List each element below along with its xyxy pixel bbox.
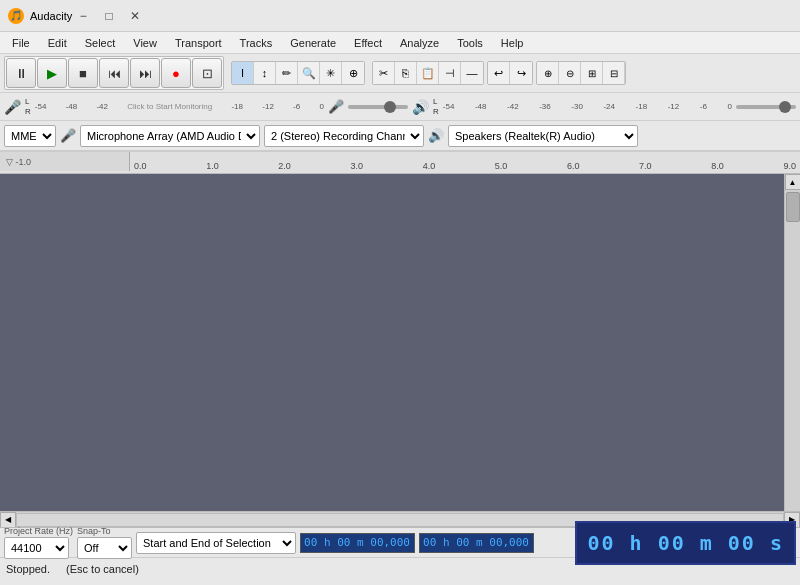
input-volume-icon: 🎤 — [328, 99, 344, 114]
rec-meter-scale: -54 -48 -42 Click to Start Monitoring -1… — [35, 102, 324, 111]
pause-button[interactable]: ⏸ — [6, 58, 36, 88]
rec-meter-container: -54 -48 -42 Click to Start Monitoring -1… — [35, 102, 324, 111]
status-stopped: Stopped. — [6, 563, 50, 575]
project-rate-group: Project Rate (Hz) 44100 — [4, 526, 73, 559]
track-area[interactable] — [0, 174, 784, 511]
snap-to-label: Snap-To — [77, 526, 132, 536]
zoom-fit-button[interactable]: ⊞ — [581, 62, 603, 84]
multitool-button[interactable]: ⊕ — [342, 62, 364, 84]
snap-to-select[interactable]: Off — [77, 537, 132, 559]
vertical-scrollbar[interactable]: ▲ — [784, 174, 800, 511]
window-controls: − □ ✕ — [72, 5, 146, 27]
time-display-value: 00 h 00 m 00 s — [587, 531, 784, 555]
toolbar-area: ⏸ ▶ ■ ⏮ ⏭ ● ⊡ I ↕ ✏ 🔍 ✳ ⊕ ✂ ⎘ 📋 ⊣ — ↩ — [0, 54, 800, 152]
combined-toolbar: ⏸ ▶ ■ ⏮ ⏭ ● ⊡ I ↕ ✏ 🔍 ✳ ⊕ ✂ ⎘ 📋 ⊣ — ↩ — [0, 54, 800, 93]
silence-button[interactable]: — — [461, 62, 483, 84]
timeline-ruler: ▽ -1.0 0.0 1.0 2.0 3.0 4.0 5.0 6.0 7.0 8… — [0, 152, 800, 174]
meter-toolbar: 🎤 LR -54 -48 -42 Click to Start Monitori… — [0, 93, 800, 121]
menu-item-select[interactable]: Select — [77, 35, 124, 51]
playback-meter-scale: -54 -48 -42 -36 -30 -24 -18 -12 -6 0 — [443, 102, 732, 111]
speaker-select[interactable]: Speakers (Realtek(R) Audio) — [448, 125, 638, 147]
selection-toolbar: Project Rate (Hz) 44100 Snap-To Off Star… — [0, 528, 800, 558]
selection-tool-button[interactable]: I — [232, 62, 254, 84]
ruler-tick-2: 2.0 — [278, 161, 291, 171]
project-rate-select[interactable]: 44100 — [4, 537, 69, 559]
status-esc: (Esc to cancel) — [66, 563, 139, 575]
menu-item-analyze[interactable]: Analyze — [392, 35, 447, 51]
device-toolbar: MME 🎤 Microphone Array (AMD Audio Dev 2 … — [0, 121, 800, 151]
end-time-input[interactable]: 00 h 00 m 00,000 s — [419, 533, 534, 553]
timeshift-tool-button[interactable]: ✳ — [320, 62, 342, 84]
minimize-button[interactable]: − — [72, 5, 94, 27]
copy-button[interactable]: ⎘ — [395, 62, 417, 84]
menu-item-edit[interactable]: Edit — [40, 35, 75, 51]
paste-button[interactable]: 📋 — [417, 62, 439, 84]
start-time-group: 00 h 00 m 00,000 s — [300, 533, 415, 553]
trim-button[interactable]: ⊣ — [439, 62, 461, 84]
menu-item-view[interactable]: View — [125, 35, 165, 51]
zoom-fit-sel-button[interactable]: ⊟ — [603, 62, 625, 84]
channel-select[interactable]: 2 (Stereo) Recording Chann... — [264, 125, 424, 147]
mic-select[interactable]: Microphone Array (AMD Audio Dev — [80, 125, 260, 147]
zoom-in-button[interactable]: ⊕ — [537, 62, 559, 84]
end-time-group: 00 h 00 m 00,000 s — [419, 533, 534, 553]
cut-button[interactable]: ✂ — [373, 62, 395, 84]
ruler-tick-5: 5.0 — [495, 161, 508, 171]
scroll-up-arrow[interactable]: ▲ — [785, 174, 801, 190]
mic-icon: 🎤 — [60, 128, 76, 143]
menu-item-tracks[interactable]: Tracks — [232, 35, 281, 51]
host-select[interactable]: MME — [4, 125, 56, 147]
ruler-tick-6: 6.0 — [567, 161, 580, 171]
undo-button[interactable]: ↩ — [488, 62, 510, 84]
ruler-tick-0: 0.0 — [134, 161, 147, 171]
record-meter-icon[interactable]: 🎤 — [4, 99, 21, 115]
ruler-tick-9: 9.0 — [783, 161, 796, 171]
app-icon: 🎵 — [8, 8, 24, 24]
status-line: Stopped. (Esc to cancel) — [0, 558, 800, 580]
record-button[interactable]: ● — [161, 58, 191, 88]
start-time-input[interactable]: 00 h 00 m 00,000 s — [300, 533, 415, 553]
zoom-tool-button[interactable]: 🔍 — [298, 62, 320, 84]
title-bar: 🎵 Audacity − □ ✕ — [0, 0, 800, 32]
lr-label-play: LR — [433, 97, 439, 116]
project-rate-label: Project Rate (Hz) — [4, 526, 73, 536]
ruler-start-label: ▽ -1.0 — [6, 157, 31, 167]
redo-button[interactable]: ↪ — [510, 62, 532, 84]
lr-label-rec: LR — [25, 97, 31, 116]
playback-volume-slider[interactable] — [736, 105, 796, 109]
draw-tool-button[interactable]: ✏ — [276, 62, 298, 84]
undo-redo-group: ↩ ↪ — [487, 61, 533, 85]
ruler-tick-7: 7.0 — [639, 161, 652, 171]
selection-mode-group: Start and End of Selection — [136, 531, 296, 554]
zoom-out-button[interactable]: ⊖ — [559, 62, 581, 84]
menu-item-tools[interactable]: Tools — [449, 35, 491, 51]
close-button[interactable]: ✕ — [124, 5, 146, 27]
ruler-tick-4: 4.0 — [423, 161, 436, 171]
menu-item-effect[interactable]: Effect — [346, 35, 390, 51]
scroll-thumb[interactable] — [786, 192, 800, 222]
envelope-tool-button[interactable]: ↕ — [254, 62, 276, 84]
selection-mode-select[interactable]: Start and End of Selection — [136, 532, 296, 554]
tools-selector-group: I ↕ ✏ 🔍 ✳ ⊕ — [231, 61, 365, 85]
speaker-icon: 🔊 — [428, 128, 444, 143]
playback-meter-icon[interactable]: 🔊 — [412, 99, 429, 115]
menu-item-file[interactable]: File — [4, 35, 38, 51]
snap-to-group: Snap-To Off — [77, 526, 132, 559]
loop-button[interactable]: ⊡ — [192, 58, 222, 88]
menu-item-transport[interactable]: Transport — [167, 35, 230, 51]
input-volume-slider[interactable] — [348, 105, 408, 109]
ruler-tick-1: 1.0 — [206, 161, 219, 171]
ruler-track-label-area: ▽ -1.0 — [0, 152, 130, 171]
stop-button[interactable]: ■ — [68, 58, 98, 88]
main-area: ▲ — [0, 174, 800, 511]
ruler-tick-3: 3.0 — [350, 161, 363, 171]
ruler-ticks-inner: 0.0 1.0 2.0 3.0 4.0 5.0 6.0 7.0 8.0 9.0 — [130, 161, 800, 171]
play-button[interactable]: ▶ — [37, 58, 67, 88]
click-to-monitor[interactable]: Click to Start Monitoring — [127, 102, 212, 111]
menu-item-help[interactable]: Help — [493, 35, 532, 51]
skip-start-button[interactable]: ⏮ — [99, 58, 129, 88]
menu-item-generate[interactable]: Generate — [282, 35, 344, 51]
maximize-button[interactable]: □ — [98, 5, 120, 27]
skip-end-button[interactable]: ⏭ — [130, 58, 160, 88]
ruler-tick-8: 8.0 — [711, 161, 724, 171]
